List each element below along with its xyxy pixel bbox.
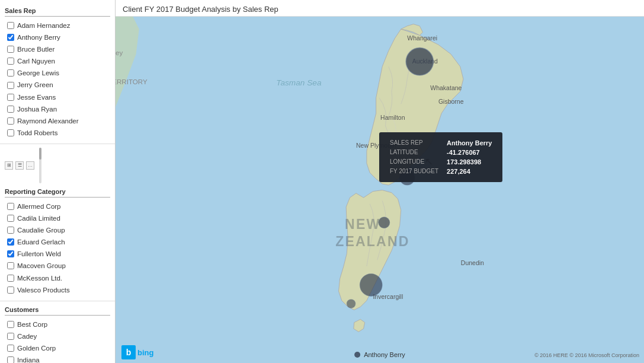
reporting-category-item[interactable]: Valesco Products	[5, 284, 110, 296]
tooltip-lat-row: LATITUDE -41.276067	[387, 148, 494, 157]
sales-rep-item[interactable]: George Lewis	[5, 67, 110, 79]
reporting-category-item-label: Macoven Group	[17, 261, 66, 270]
reporting-category-item-label: Eduard Gerlach	[17, 237, 65, 247]
reporting-category-item-label: Fullerton Weld	[17, 249, 61, 259]
reporting-category-checkbox-2[interactable]	[7, 227, 14, 234]
sales-rep-item[interactable]: Adam Hernandez	[5, 20, 110, 31]
customers-title: Customers	[5, 306, 110, 316]
bubble-christchurch	[379, 217, 390, 228]
sales-rep-checkbox-5[interactable]	[7, 82, 14, 89]
sales-rep-section: Sales Rep Adam HernandezAnthony BerryBru…	[0, 5, 115, 144]
tooltip-lon-row: LONGITUDE 173.298398	[387, 157, 494, 167]
sales-rep-item-label: Joshua Ryan	[17, 104, 57, 114]
reporting-category-title: Reporting Category	[5, 188, 110, 198]
customer-item-label: Cadey	[17, 332, 37, 341]
reporting-category-checkbox-0[interactable]	[7, 203, 14, 210]
customer-item[interactable]: Golden Corp	[5, 342, 110, 354]
reporting-category-checkbox-6[interactable]	[7, 275, 14, 282]
reporting-category-checkbox-7[interactable]	[7, 286, 14, 294]
sales-rep-checkbox-8[interactable]	[7, 117, 14, 125]
customer-item[interactable]: Indiana	[5, 354, 110, 363]
sales-rep-item-label: Adam Hernandez	[17, 21, 71, 30]
tooltip-budget-value: 227,264	[444, 167, 494, 176]
customer-checkbox-3[interactable]	[7, 356, 14, 363]
sales-rep-checkbox-9[interactable]	[7, 129, 14, 136]
sales-rep-list: Adam HernandezAnthony BerryBruce ButlerC…	[5, 20, 110, 139]
sales-rep-item-label: George Lewis	[17, 68, 59, 78]
scroll-track[interactable]	[39, 148, 41, 183]
svg-text:Hamilton: Hamilton	[380, 114, 405, 121]
reporting-category-item-label: Caudalie Group	[17, 225, 65, 235]
expand-button[interactable]: ⊞	[5, 161, 13, 170]
reporting-category-checkbox-1[interactable]	[7, 215, 14, 222]
sales-rep-item[interactable]: Raymond Alexander	[5, 115, 110, 127]
customer-checkbox-2[interactable]	[7, 345, 14, 352]
reporting-category-item[interactable]: Macoven Group	[5, 260, 110, 272]
customer-item-label: Best Corp	[17, 320, 47, 329]
reporting-category-item-label: Valesco Products	[17, 285, 70, 295]
sales-rep-checkbox-2[interactable]	[7, 46, 14, 53]
sales-rep-checkbox-1[interactable]	[7, 34, 14, 41]
reporting-category-item[interactable]: Cadila Limited	[5, 212, 110, 224]
settings-button[interactable]: ☰	[15, 161, 24, 170]
map-container: Whangarei Auckland Hamilton Whakatane Gi…	[116, 17, 644, 363]
bing-text: bing	[137, 348, 153, 357]
sales-rep-item[interactable]: Anthony Berry	[5, 31, 110, 43]
legend-label: Anthony Berry	[364, 351, 405, 358]
map-legend: Anthony Berry	[354, 351, 405, 358]
reporting-category-list: Allermed CorpCadila LimitedCaudalie Grou…	[5, 200, 110, 296]
customers-list: Best CorpCadeyGolden CorpIndianaKJI LtdM…	[5, 319, 110, 363]
svg-text:TERRITORY: TERRITORY	[116, 78, 148, 85]
sales-rep-item-label: Raymond Alexander	[17, 116, 79, 126]
reporting-category-item[interactable]: Fullerton Weld	[5, 248, 110, 260]
sales-rep-checkbox-6[interactable]	[7, 94, 14, 101]
tooltip-budget-label: FY 2017 BUDGET	[387, 167, 444, 176]
svg-text:Dunedin: Dunedin	[461, 259, 484, 266]
customers-label: Customers	[5, 306, 39, 313]
bubble-invercargill	[347, 300, 355, 308]
sales-rep-checkbox-4[interactable]	[7, 69, 14, 77]
sales-rep-title: Sales Rep	[5, 7, 110, 17]
svg-text:ZEALAND: ZEALAND	[335, 234, 409, 249]
left-panel: Sales Rep Adam HernandezAnthony BerryBru…	[0, 0, 116, 363]
reporting-category-checkbox-3[interactable]	[7, 238, 14, 246]
tooltip-table: SALES REP Anthony Berry LATITUDE -41.276…	[387, 138, 494, 176]
sales-rep-checkbox-7[interactable]	[7, 106, 14, 113]
reporting-category-item[interactable]: Allermed Corp	[5, 200, 110, 212]
customer-checkbox-0[interactable]	[7, 321, 14, 328]
sales-rep-item[interactable]: Todd Roberts	[5, 127, 110, 139]
reporting-category-label: Reporting Category	[5, 188, 66, 195]
chart-title: Client FY 2017 Budget Analysis by Sales …	[116, 0, 644, 17]
reporting-category-item[interactable]: Caudalie Group	[5, 224, 110, 236]
customer-item[interactable]: Best Corp	[5, 319, 110, 330]
sales-rep-item[interactable]: Carl Nguyen	[5, 55, 110, 67]
customers-section: Customers Best CorpCadeyGolden CorpIndia…	[0, 304, 115, 363]
tooltip-lon-value: 173.298398	[444, 157, 494, 167]
bing-icon: b	[121, 345, 136, 359]
reporting-category-checkbox-4[interactable]	[7, 250, 14, 257]
svg-text:dney: dney	[116, 49, 123, 56]
sales-rep-checkbox-0[interactable]	[7, 22, 14, 29]
reporting-category-item[interactable]: McKesson Ltd.	[5, 272, 110, 284]
sales-rep-item[interactable]: Jerry Green	[5, 79, 110, 91]
reporting-category-item[interactable]: Eduard Gerlach	[5, 236, 110, 248]
customer-item[interactable]: Cadey	[5, 330, 110, 342]
reporting-category-item-label: McKesson Ltd.	[17, 273, 62, 283]
sales-rep-item-label: Jerry Green	[17, 80, 53, 90]
customer-checkbox-1[interactable]	[7, 333, 14, 340]
sales-rep-item[interactable]: Bruce Butler	[5, 43, 110, 55]
tooltip: SALES REP Anthony Berry LATITUDE -41.276…	[379, 132, 502, 182]
more-button[interactable]: …	[26, 161, 34, 170]
sales-rep-item[interactable]: Jesse Evans	[5, 91, 110, 103]
sales-rep-item-label: Todd Roberts	[17, 128, 57, 138]
bing-logo: b bing	[121, 345, 153, 359]
svg-text:Tasman Sea: Tasman Sea	[276, 78, 322, 87]
svg-text:Gisborne: Gisborne	[438, 98, 464, 105]
svg-rect-0	[116, 17, 644, 363]
reporting-category-item-label: Allermed Corp	[17, 202, 61, 211]
reporting-category-checkbox-5[interactable]	[7, 262, 14, 269]
sales-rep-item-label: Jesse Evans	[17, 93, 56, 102]
tooltip-lon-label: LONGITUDE	[387, 157, 444, 167]
sales-rep-item[interactable]: Joshua Ryan	[5, 103, 110, 115]
sales-rep-checkbox-3[interactable]	[7, 58, 14, 65]
